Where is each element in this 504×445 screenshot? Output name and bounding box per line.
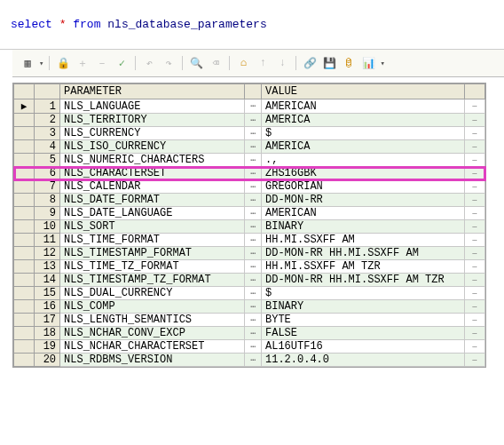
cell-param-more-icon[interactable]: ⋯: [245, 167, 262, 180]
cell-parameter[interactable]: NLS_DATE_LANGUAGE: [60, 207, 245, 220]
table-row[interactable]: 11NLS_TIME_FORMAT⋯HH.MI.SSXFF AM⋯: [14, 234, 485, 247]
cell-param-more-icon[interactable]: ⋯: [245, 354, 262, 367]
cell-value[interactable]: BINARY: [262, 300, 465, 314]
cell-param-more-icon[interactable]: ⋯: [245, 114, 262, 127]
redo-icon[interactable]: ↷: [161, 55, 177, 71]
table-row[interactable]: 16NLS_COMP⋯BINARY⋯: [14, 300, 485, 314]
cell-param-more-icon[interactable]: ⋯: [245, 274, 262, 287]
cell-parameter[interactable]: NLS_COMP: [60, 300, 245, 314]
cell-value[interactable]: DD-MON-RR HH.MI.SSXFF AM: [262, 247, 465, 260]
cell-param-more-icon[interactable]: ⋯: [245, 300, 262, 314]
cell-value-more-icon[interactable]: ⋯: [465, 114, 485, 127]
cell-param-more-icon[interactable]: ⋯: [245, 314, 262, 327]
cell-parameter[interactable]: NLS_LENGTH_SEMANTICS: [60, 314, 245, 327]
cell-value[interactable]: AMERICA: [262, 114, 465, 127]
cell-value-more-icon[interactable]: ⋯: [465, 140, 485, 154]
column-param-extra[interactable]: [245, 84, 262, 99]
cell-parameter[interactable]: NLS_DUAL_CURRENCY: [60, 287, 245, 300]
plus-icon[interactable]: ＋: [75, 55, 91, 71]
cell-value[interactable]: BINARY: [262, 220, 465, 234]
cell-parameter[interactable]: NLS_TIMESTAMP_TZ_FORMAT: [60, 274, 245, 287]
cell-parameter[interactable]: NLS_CURRENCY: [60, 127, 245, 140]
home-icon[interactable]: ⌂: [235, 55, 251, 71]
find-icon[interactable]: 🔍: [188, 55, 204, 71]
cell-value-more-icon[interactable]: ⋯: [465, 300, 485, 314]
up-icon[interactable]: ↑: [255, 55, 271, 71]
table-row[interactable]: 3NLS_CURRENCY⋯$⋯: [14, 127, 485, 140]
check-icon[interactable]: ✓: [114, 55, 130, 71]
cell-param-more-icon[interactable]: ⋯: [245, 154, 262, 167]
table-row[interactable]: 10NLS_SORT⋯BINARY⋯: [14, 220, 485, 234]
erase-icon[interactable]: ⌫: [208, 55, 224, 71]
table-row[interactable]: 13NLS_TIME_TZ_FORMAT⋯HH.MI.SSXFF AM TZR⋯: [14, 260, 485, 274]
cell-value[interactable]: AMERICA: [262, 140, 465, 154]
column-value[interactable]: VALUE: [262, 84, 465, 99]
cell-value[interactable]: 11.2.0.4.0: [262, 354, 465, 367]
cell-parameter[interactable]: NLS_TERRITORY: [60, 114, 245, 127]
cell-value-more-icon[interactable]: ⋯: [465, 354, 485, 367]
cell-param-more-icon[interactable]: ⋯: [245, 234, 262, 247]
table-row[interactable]: 12NLS_TIMESTAMP_FORMAT⋯DD-MON-RR HH.MI.S…: [14, 247, 485, 260]
cell-param-more-icon[interactable]: ⋯: [245, 140, 262, 154]
cell-parameter[interactable]: NLS_SORT: [60, 220, 245, 234]
cell-value[interactable]: AMERICAN: [262, 207, 465, 220]
column-parameter[interactable]: PARAMETER: [60, 84, 245, 99]
cell-value[interactable]: HH.MI.SSXFF AM: [262, 234, 465, 247]
cell-value-more-icon[interactable]: ⋯: [465, 327, 485, 340]
chart-icon[interactable]: 📊: [360, 55, 376, 71]
cell-value[interactable]: $: [262, 127, 465, 140]
sql-editor[interactable]: select * from nls_database_parameters: [0, 0, 504, 50]
cell-value[interactable]: HH.MI.SSXFF AM TZR: [262, 260, 465, 274]
cell-value-more-icon[interactable]: ⋯: [465, 194, 485, 207]
cell-value[interactable]: DD-MON-RR: [262, 194, 465, 207]
table-row[interactable]: 15NLS_DUAL_CURRENCY⋯$⋯: [14, 287, 485, 300]
cell-value-more-icon[interactable]: ⋯: [465, 99, 485, 114]
cell-parameter[interactable]: NLS_TIME_FORMAT: [60, 234, 245, 247]
cell-value[interactable]: GREGORIAN: [262, 180, 465, 194]
cell-parameter[interactable]: NLS_DATE_FORMAT: [60, 194, 245, 207]
table-row[interactable]: 20NLS_RDBMS_VERSION⋯11.2.0.4.0⋯: [14, 354, 485, 367]
cell-value[interactable]: AL16UTF16: [262, 340, 465, 354]
cell-param-more-icon[interactable]: ⋯: [245, 260, 262, 274]
cell-value-more-icon[interactable]: ⋯: [465, 127, 485, 140]
cell-value-more-icon[interactable]: ⋯: [465, 287, 485, 300]
cell-value[interactable]: DD-MON-RR HH.MI.SSXFF AM TZR: [262, 274, 465, 287]
cell-param-more-icon[interactable]: ⋯: [245, 340, 262, 354]
cell-value[interactable]: BYTE: [262, 314, 465, 327]
grid-icon[interactable]: ▦: [20, 55, 35, 71]
table-row[interactable]: 7NLS_CALENDAR⋯GREGORIAN⋯: [14, 180, 485, 194]
table-row[interactable]: 18NLS_NCHAR_CONV_EXCP⋯FALSE⋯: [14, 327, 485, 340]
table-row[interactable]: 2NLS_TERRITORY⋯AMERICA⋯: [14, 114, 485, 127]
db-icon[interactable]: 🛢: [341, 55, 357, 71]
cell-value-more-icon[interactable]: ⋯: [465, 314, 485, 327]
table-row[interactable]: 19NLS_NCHAR_CHARACTERSET⋯AL16UTF16⋯: [14, 340, 485, 354]
table-row[interactable]: 6NLS_CHARACTERSET⋯ZHS16GBK⋯: [14, 167, 485, 180]
minus-icon[interactable]: －: [94, 55, 110, 71]
cell-value[interactable]: ZHS16GBK: [262, 167, 465, 180]
column-rowmark[interactable]: [14, 84, 35, 99]
table-row[interactable]: 9NLS_DATE_LANGUAGE⋯AMERICAN⋯: [14, 207, 485, 220]
cell-value[interactable]: AMERICAN: [262, 99, 465, 114]
cell-param-more-icon[interactable]: ⋯: [245, 287, 262, 300]
cell-value-more-icon[interactable]: ⋯: [465, 340, 485, 354]
lock-icon[interactable]: 🔒: [55, 55, 71, 71]
undo-icon[interactable]: ↶: [141, 55, 157, 71]
cell-parameter[interactable]: NLS_RDBMS_VERSION: [60, 354, 245, 367]
save-icon[interactable]: 💾: [321, 55, 337, 71]
cell-value[interactable]: FALSE: [262, 327, 465, 340]
cell-value-more-icon[interactable]: ⋯: [465, 234, 485, 247]
cell-param-more-icon[interactable]: ⋯: [245, 180, 262, 194]
cell-parameter[interactable]: NLS_LANGUAGE: [60, 99, 245, 114]
cell-value[interactable]: $: [262, 287, 465, 300]
cell-parameter[interactable]: NLS_ISO_CURRENCY: [60, 140, 245, 154]
table-row[interactable]: 14NLS_TIMESTAMP_TZ_FORMAT⋯DD-MON-RR HH.M…: [14, 274, 485, 287]
cell-value-more-icon[interactable]: ⋯: [465, 154, 485, 167]
cell-param-more-icon[interactable]: ⋯: [245, 327, 262, 340]
cell-value-more-icon[interactable]: ⋯: [465, 220, 485, 234]
cell-value-more-icon[interactable]: ⋯: [465, 247, 485, 260]
cell-param-more-icon[interactable]: ⋯: [245, 99, 262, 114]
cell-param-more-icon[interactable]: ⋯: [245, 247, 262, 260]
cell-value-more-icon[interactable]: ⋯: [465, 260, 485, 274]
table-row[interactable]: 8NLS_DATE_FORMAT⋯DD-MON-RR⋯: [14, 194, 485, 207]
cell-parameter[interactable]: NLS_CALENDAR: [60, 180, 245, 194]
